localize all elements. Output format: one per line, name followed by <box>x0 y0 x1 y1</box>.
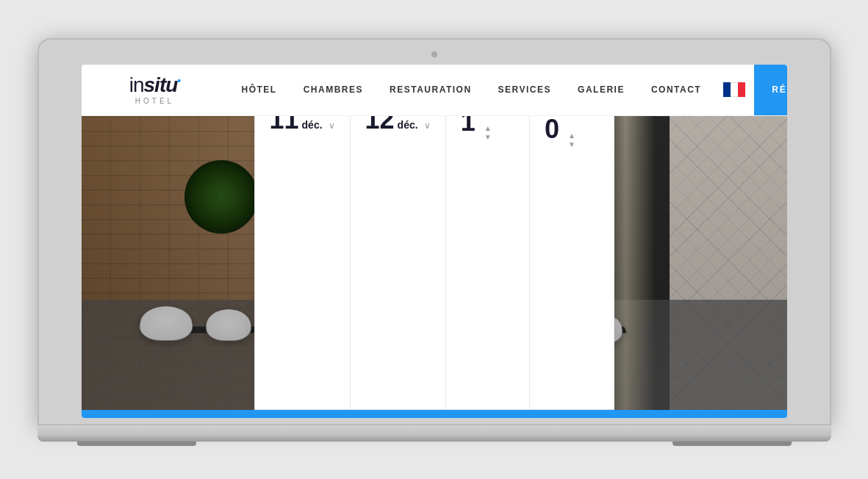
arrivee-unit: déc. <box>302 119 323 131</box>
nav-link-contact[interactable]: CONTACT <box>638 65 714 115</box>
booking-field-enfants[interactable]: ENFANTS (3-12 ANS) 0 ▲ ▼ <box>530 116 613 409</box>
laptop-base <box>37 425 831 442</box>
booking-field-adultes[interactable]: ADULTES 1 ▲ ▼ <box>446 116 530 409</box>
language-flag[interactable] <box>723 82 745 97</box>
arrivee-chevron[interactable]: ∨ <box>329 120 335 131</box>
depart-chevron[interactable]: ∨ <box>424 120 431 131</box>
booking-bar: ARRIVÉE 11 déc. ∨ DÉPART 12 déc. <box>254 116 614 410</box>
logo-situ: situ <box>144 73 178 96</box>
laptop-foot-left <box>77 442 196 446</box>
laptop-screen: insitu• HOTEL HÔTEL CHAMBRES RESTAURATIO… <box>82 65 787 418</box>
logo-in: in <box>129 73 144 96</box>
logo[interactable]: insitu• HOTEL <box>129 75 180 105</box>
laptop-camera <box>431 51 437 57</box>
nav-link-hotel[interactable]: HÔTEL <box>229 65 290 115</box>
adultes-number: 1 <box>461 116 476 137</box>
depart-number: 12 <box>365 116 395 133</box>
laptop-foot-right <box>672 442 792 446</box>
enfants-number: 0 <box>545 116 559 145</box>
logo-dot: • <box>177 74 180 86</box>
laptop-bezel: insitu• HOTEL HÔTEL CHAMBRES RESTAURATIO… <box>37 38 831 425</box>
arrivee-number: 11 <box>270 116 299 133</box>
logo-subtitle: HOTEL <box>129 97 180 105</box>
depart-unit: déc. <box>398 119 418 131</box>
navbar: insitu• HOTEL HÔTEL CHAMBRES RESTAURATIO… <box>82 65 787 116</box>
nav-link-galerie[interactable]: GALERIE <box>564 65 638 115</box>
hero-section: INSIDE YOUR DESTINATION VALENCIENNES ARR… <box>82 116 787 410</box>
nav-link-chambres[interactable]: CHAMBRES <box>290 65 376 115</box>
booking-field-depart[interactable]: DÉPART 12 déc. ∨ <box>351 116 446 409</box>
adultes-arrows[interactable]: ▲ ▼ <box>484 125 492 141</box>
nav-link-services[interactable]: SERVICES <box>485 65 564 115</box>
enfants-arrows[interactable]: ▲ ▼ <box>568 132 575 148</box>
laptop-container: insitu• HOTEL HÔTEL CHAMBRES RESTAURATIO… <box>37 38 831 442</box>
laptop-hinge <box>37 436 831 442</box>
nav-link-restauration[interactable]: RESTAURATION <box>376 65 485 115</box>
nav-links: HÔTEL CHAMBRES RESTAURATION SERVICES GAL… <box>229 65 715 115</box>
reserve-button[interactable]: RÉSERVER <box>754 65 786 115</box>
booking-field-arrivee[interactable]: ARRIVÉE 11 déc. ∨ <box>255 116 351 409</box>
logo-area: insitu• HOTEL <box>82 75 229 105</box>
